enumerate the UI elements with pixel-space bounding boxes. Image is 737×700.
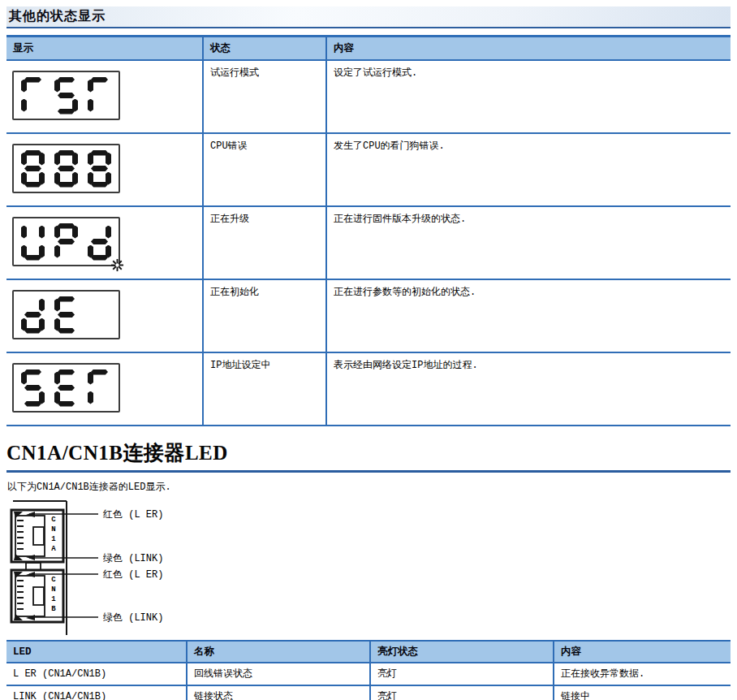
status-table-row: 正在初始化正在进行参数等的初始化的状态.	[6, 279, 731, 352]
manual-page: 其他的状态显示 显示 状态 内容 试运行模式设定了试运行模式.CPU错误发生了C…	[0, 0, 737, 700]
segment-g	[24, 312, 41, 318]
status-cell: 正在初始化	[203, 279, 326, 352]
segment-a	[58, 296, 75, 302]
segment-a	[91, 150, 108, 156]
segment-g	[24, 166, 41, 171]
connector-name-cn1a: CN1A	[51, 516, 56, 553]
segment-f	[54, 299, 60, 312]
display-cell	[6, 133, 203, 206]
led-table-row: L ER (CN1A/CN1B)回线错误状态亮灯正在接收异常数据.	[6, 663, 731, 685]
connector-diagram-drawing: CN1A CN1B	[6, 497, 299, 637]
status-table-row: IP地址设定中表示经由网络设定IP地址的过程.	[6, 352, 731, 426]
seven-segment-digit	[21, 223, 45, 261]
segment-f	[88, 372, 93, 385]
seven-segment-digit	[54, 296, 78, 334]
seven-segment-digit	[54, 150, 78, 188]
segment-b	[106, 153, 111, 166]
seven-segment-digit	[54, 223, 78, 261]
status-cell: 试运行模式	[203, 60, 326, 133]
led-table-body: L ER (CN1A/CN1B)回线错误状态亮灯正在接收异常数据.LINK (C…	[6, 663, 731, 700]
segment-f	[54, 372, 60, 385]
seven-segment-digit	[88, 296, 111, 334]
segment-e	[88, 391, 93, 404]
content-cell: 表示经由网络设定IP地址的过程.	[326, 352, 731, 426]
led-label-red-cn1b: 红色 (L ER)	[102, 569, 163, 581]
segment-d	[58, 182, 75, 188]
led-table-row: LINK (CN1A/CN1B)链接状态亮灯链接中	[6, 685, 731, 700]
column-header-led: LED	[6, 641, 187, 663]
column-header-lit: 亮灯状态	[370, 641, 554, 663]
segment-f	[88, 80, 93, 93]
section-heading-other-status: 其他的状态显示	[6, 6, 731, 28]
status-table-row: 试运行模式设定了试运行模式.	[6, 60, 731, 133]
segment-a	[91, 369, 108, 375]
connector-led-diagram: CN1A CN1B	[6, 497, 731, 637]
segment-e	[88, 99, 93, 112]
segment-g	[58, 312, 75, 318]
display-cell	[6, 60, 203, 133]
led-table-cell: 正在接收异常数据.	[554, 663, 731, 685]
segment-e	[21, 99, 27, 112]
segment-e	[88, 245, 93, 258]
status-table-row: 正在升级正在进行固件版本升级的状态.	[6, 206, 731, 279]
segment-c	[39, 245, 45, 258]
segment-g	[91, 166, 108, 171]
heading-rule	[6, 470, 731, 473]
seven-segment-digit	[88, 223, 111, 261]
display-cell	[6, 352, 203, 426]
segment-g	[91, 239, 108, 244]
led-table: LED 名称 亮灯状态 内容 L ER (CN1A/CN1B)回线错误状态亮灯正…	[6, 640, 731, 700]
section-title: 其他的状态显示	[9, 8, 106, 25]
segment-a	[58, 223, 75, 229]
status-table-row: CPU错误发生了CPU的看门狗错误.	[6, 133, 731, 206]
display-cell	[6, 279, 203, 352]
led-table-cell: 链接中	[554, 685, 731, 700]
status-table-header-row: 显示 状态 内容	[6, 37, 731, 61]
segment-g	[58, 166, 75, 171]
segment-d	[24, 401, 41, 407]
segment-e	[54, 245, 60, 258]
seven-segment-digit	[88, 369, 111, 407]
segment-e	[21, 318, 27, 331]
led-table-cell: 亮灯	[370, 663, 554, 685]
segment-b	[72, 153, 78, 166]
led-label-red-cn1a: 红色 (L ER)	[102, 509, 163, 521]
segment-e	[54, 172, 60, 185]
section-description: 以下为CN1A/CN1B连接器的LED显示.	[7, 480, 731, 494]
connector-name-cn1b: CN1B	[51, 576, 56, 613]
seven-segment-display	[12, 363, 120, 413]
seven-segment-display	[12, 217, 120, 266]
segment-a	[58, 369, 75, 375]
segment-b	[39, 299, 45, 312]
led-table-cell: LINK (CN1A/CN1B)	[6, 685, 187, 700]
segment-d	[24, 328, 41, 334]
status-cell: IP地址设定中	[203, 352, 326, 426]
segment-b	[106, 226, 111, 239]
segment-a	[24, 150, 41, 156]
seven-segment-display	[12, 71, 120, 120]
segment-g	[58, 239, 75, 244]
segment-e	[21, 172, 27, 185]
seven-segment-display	[12, 290, 120, 339]
segment-f	[88, 153, 93, 166]
segment-f	[21, 153, 27, 166]
column-header-display: 显示	[6, 37, 203, 61]
led-table-cell: 回线错误状态	[187, 663, 370, 685]
segment-a	[58, 77, 75, 83]
segment-b	[39, 226, 45, 239]
led-table-cell: 亮灯	[370, 685, 554, 700]
column-header-name: 名称	[187, 641, 370, 663]
column-header-status: 状态	[203, 37, 326, 61]
segment-a	[58, 150, 75, 156]
segment-d	[24, 182, 41, 188]
segment-b	[72, 226, 78, 239]
blink-star-icon	[110, 258, 124, 272]
led-table-cell: 链接状态	[187, 685, 370, 700]
status-cell: CPU错误	[203, 133, 326, 206]
status-table-body: 试运行模式设定了试运行模式.CPU错误发生了CPU的看门狗错误.正在升级正在进行…	[6, 60, 731, 426]
segment-f	[21, 226, 27, 239]
segment-d	[91, 255, 108, 261]
led-table-header-row: LED 名称 亮灯状态 内容	[6, 641, 731, 663]
segment-g	[58, 385, 75, 391]
segment-g	[58, 93, 75, 98]
